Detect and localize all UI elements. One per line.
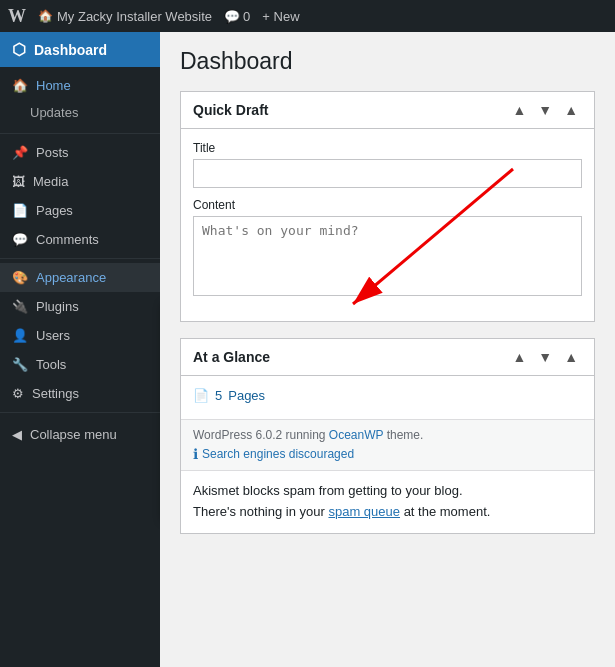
sidebar-divider-1 xyxy=(0,133,160,134)
quick-draft-header: Quick Draft ▲ ▼ ▲ xyxy=(181,92,594,129)
sidebar-item-plugins[interactable]: 🔌 Plugins xyxy=(0,292,160,321)
sidebar-dashboard-header[interactable]: ⬡ Dashboard xyxy=(0,32,160,67)
new-label: + New xyxy=(262,9,299,24)
glance-widget-controls: ▲ ▼ ▲ xyxy=(508,347,582,367)
collapse-icon: ◀ xyxy=(12,427,22,442)
akismet-line2-suffix: at the moment. xyxy=(404,504,491,519)
updates-label: Updates xyxy=(30,105,78,120)
page-title: Dashboard xyxy=(180,48,595,75)
comments-icon: 💬 xyxy=(12,232,28,247)
wp-version-text: WordPress 6.0.2 running xyxy=(193,428,326,442)
akismet-notice: Akismet blocks spam from getting to your… xyxy=(181,470,594,533)
sidebar-item-appearance[interactable]: 🎨 Appearance xyxy=(0,263,160,292)
topbar-new[interactable]: + New xyxy=(262,9,299,24)
site-name: My Zacky Installer Website xyxy=(57,9,212,24)
pages-label: Pages xyxy=(36,203,73,218)
content-field: Content xyxy=(193,198,582,299)
sidebar: ⬡ Dashboard 🏠 Home Updates 📌 Posts 🖼 Med… xyxy=(0,32,160,667)
plugins-label: Plugins xyxy=(36,299,79,314)
home-sidebar-icon: 🏠 xyxy=(12,78,28,93)
sidebar-item-updates[interactable]: Updates xyxy=(0,100,160,125)
sidebar-home-label: Home xyxy=(36,78,71,93)
users-label: Users xyxy=(36,328,70,343)
comment-icon: 💬 xyxy=(224,9,240,24)
quick-draft-title: Quick Draft xyxy=(193,102,268,118)
plugins-icon: 🔌 xyxy=(12,299,28,314)
at-glance-body: 📄 5 Pages xyxy=(181,376,594,419)
home-icon: 🏠 xyxy=(38,9,53,23)
dashboard-icon: ⬡ xyxy=(12,40,26,59)
glance-pages-item[interactable]: 📄 5 Pages xyxy=(193,388,582,403)
dashboard-label: Dashboard xyxy=(34,42,107,58)
tools-icon: 🔧 xyxy=(12,357,28,372)
users-icon: 👤 xyxy=(12,328,28,343)
spam-queue-link[interactable]: spam queue xyxy=(328,504,400,519)
theme-name-link[interactable]: OceanWP xyxy=(329,428,383,442)
sidebar-item-tools[interactable]: 🔧 Tools xyxy=(0,350,160,379)
wp-logo-icon[interactable]: W xyxy=(8,6,26,27)
sidebar-item-settings[interactable]: ⚙ Settings xyxy=(0,379,160,408)
settings-icon: ⚙ xyxy=(12,386,24,401)
sidebar-item-users[interactable]: 👤 Users xyxy=(0,321,160,350)
sidebar-item-comments[interactable]: 💬 Comments xyxy=(0,225,160,254)
widget-down-btn[interactable]: ▼ xyxy=(534,100,556,120)
pages-icon: 📄 xyxy=(12,203,28,218)
title-field: Title xyxy=(193,141,582,188)
tools-label: Tools xyxy=(36,357,66,372)
status-bar: WordPress 6.0.2 running OceanWP theme. ℹ… xyxy=(181,419,594,470)
quick-draft-widget: Quick Draft ▲ ▼ ▲ Title Content xyxy=(180,91,595,322)
topbar-comments[interactable]: 💬 0 xyxy=(224,9,250,24)
title-input[interactable] xyxy=(193,159,582,188)
sidebar-divider-2 xyxy=(0,258,160,259)
media-icon: 🖼 xyxy=(12,174,25,189)
collapse-menu[interactable]: ◀ Collapse menu xyxy=(0,417,160,452)
media-label: Media xyxy=(33,174,68,189)
glance-up-btn[interactable]: ▲ xyxy=(508,347,530,367)
settings-label: Settings xyxy=(32,386,79,401)
appearance-label: Appearance xyxy=(36,270,106,285)
topbar: W 🏠 My Zacky Installer Website 💬 0 + New xyxy=(0,0,615,32)
pages-count-icon: 📄 xyxy=(193,388,209,403)
quick-draft-body: Title Content xyxy=(181,129,594,321)
pages-count: 5 xyxy=(215,388,222,403)
at-glance-title: At a Glance xyxy=(193,349,270,365)
comments-label: Comments xyxy=(36,232,99,247)
sidebar-item-home[interactable]: 🏠 Home xyxy=(0,71,160,100)
content-area: Dashboard Quick Draft ▲ ▼ ▲ Title Conten… xyxy=(160,32,615,667)
pages-count-label: Pages xyxy=(228,388,265,403)
collapse-label: Collapse menu xyxy=(30,427,117,442)
sidebar-item-media[interactable]: 🖼 Media xyxy=(0,167,160,196)
sidebar-divider-3 xyxy=(0,412,160,413)
content-label: Content xyxy=(193,198,582,212)
widget-close-btn[interactable]: ▲ xyxy=(560,100,582,120)
title-label: Title xyxy=(193,141,582,155)
posts-label: Posts xyxy=(36,145,69,160)
comment-count: 0 xyxy=(243,9,250,24)
theme-suffix: theme. xyxy=(387,428,424,442)
widget-up-btn[interactable]: ▲ xyxy=(508,100,530,120)
info-icon: ℹ xyxy=(193,446,198,462)
glance-close-btn[interactable]: ▲ xyxy=(560,347,582,367)
akismet-line1: Akismet blocks spam from getting to your… xyxy=(193,483,463,498)
at-glance-widget: At a Glance ▲ ▼ ▲ 📄 5 Pages WordPress 6.… xyxy=(180,338,595,534)
akismet-line2-prefix: There's nothing in your xyxy=(193,504,328,519)
appearance-icon: 🎨 xyxy=(12,270,28,285)
glance-down-btn[interactable]: ▼ xyxy=(534,347,556,367)
at-glance-header: At a Glance ▲ ▼ ▲ xyxy=(181,339,594,376)
sidebar-home-section: 🏠 Home Updates xyxy=(0,67,160,129)
search-discouraged-link[interactable]: Search engines discouraged xyxy=(202,447,354,461)
sidebar-item-posts[interactable]: 📌 Posts xyxy=(0,138,160,167)
posts-icon: 📌 xyxy=(12,145,28,160)
widget-controls: ▲ ▼ ▲ xyxy=(508,100,582,120)
topbar-site[interactable]: 🏠 My Zacky Installer Website xyxy=(38,9,212,24)
sidebar-item-pages[interactable]: 📄 Pages xyxy=(0,196,160,225)
content-textarea[interactable] xyxy=(193,216,582,296)
